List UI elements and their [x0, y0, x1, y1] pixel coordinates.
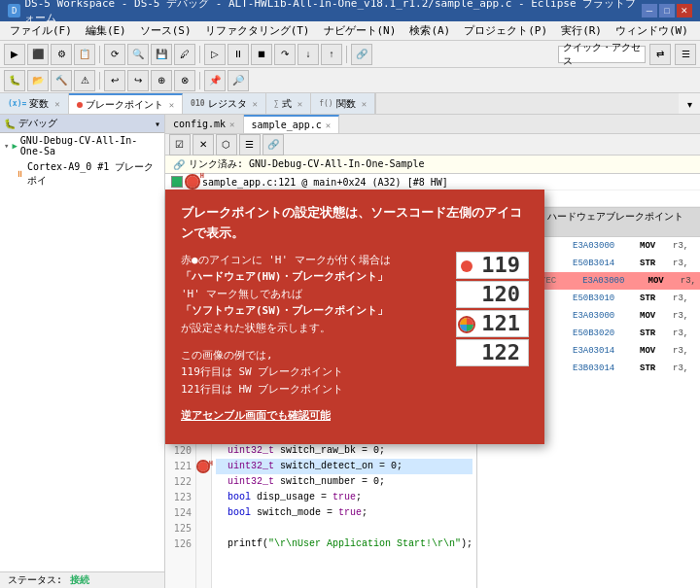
- editor-tab-config[interactable]: config.mk ✕: [165, 115, 244, 133]
- tab-registers[interactable]: 010 レジスタ ✕: [183, 93, 266, 114]
- menu-run[interactable]: 実行(R): [555, 22, 608, 39]
- tb2-btn-10[interactable]: 🔎: [228, 70, 249, 91]
- editor-tab-config-close[interactable]: ✕: [229, 120, 234, 129]
- tb-btn-3[interactable]: ⚙: [51, 44, 72, 65]
- tab-expression-close[interactable]: ✕: [298, 99, 302, 109]
- tree-arrow-gnu: ▾: [4, 141, 9, 151]
- tabs-menu-button[interactable]: ▾: [679, 93, 700, 115]
- callout-text: 赤●のアイコンに 'H' マークが付く場合は 「ハードウェア(HW)・ブレークポ…: [181, 252, 444, 431]
- quick-access-label: クイック・アクセス: [563, 41, 641, 68]
- tb2-btn-4[interactable]: ⚠: [74, 70, 95, 91]
- quick-access-field[interactable]: クイック・アクセス: [558, 46, 646, 63]
- menu-window[interactable]: ウィンドウ(W): [610, 22, 694, 39]
- tb2-btn-5[interactable]: ↩: [104, 70, 125, 91]
- tb-btn-4[interactable]: 📋: [74, 44, 95, 65]
- menu-search[interactable]: 検索(A): [403, 22, 456, 39]
- tab-breakpoints-close[interactable]: ✕: [169, 100, 174, 110]
- code-line-122: uint32_t switch_number = 0;: [216, 474, 472, 490]
- callout-overlay: ブレークポイントの設定状態は、ソースコード左側のアイコンで表示。 赤●のアイコン…: [165, 190, 544, 444]
- menu-refactor[interactable]: リファクタリング(T): [199, 22, 316, 39]
- tab-functions[interactable]: f() 関数 ✕: [311, 93, 375, 114]
- app-icon: D: [8, 4, 20, 17]
- tab-variables[interactable]: (x)= 変数 ✕: [0, 93, 69, 114]
- tb-btn-13[interactable]: ↓: [298, 44, 319, 65]
- link-icon: 🔗: [173, 159, 185, 170]
- minimize-button[interactable]: ─: [642, 4, 657, 17]
- tab-functions-label: 関数: [336, 97, 356, 111]
- callout-para1: 赤●のアイコンに 'H' マークが付く場合は 「ハードウェア(HW)・ブレークポ…: [181, 252, 444, 337]
- tb-btn-12[interactable]: ↷: [274, 44, 296, 65]
- bp-item-hw-text: sample_app.c:121 @ main+0x24 (A32) [#8 H…: [202, 177, 448, 188]
- menu-project[interactable]: プロジェクト(P): [458, 22, 553, 39]
- menu-help[interactable]: ヘルプ(H): [696, 22, 700, 39]
- top-tabs: (x)= 変数 ✕ ブレークポイント ✕ 010 レジスタ ✕ ∑ 式 ✕ f(…: [0, 93, 700, 115]
- status-value: 接続: [70, 573, 89, 587]
- tb-extra-1[interactable]: ⇄: [649, 44, 671, 65]
- bp-checkbox-hw[interactable]: [171, 176, 183, 188]
- tb-btn-8[interactable]: 🖊: [174, 44, 195, 65]
- tb-extra-2[interactable]: ☰: [675, 44, 696, 65]
- tree-item-gnu[interactable]: ▾ ▶ GNU-Debug-CV-All-In-One-Sa: [0, 133, 164, 158]
- debug-header-icon: 🐛: [4, 119, 16, 129]
- tab-variables-close[interactable]: ✕: [54, 99, 59, 109]
- link-bar: 🔗 リンク済み: GNU-Debug-CV-All-In-One-Sample: [165, 156, 700, 174]
- tree-label-gnu: GNU-Debug-CV-All-In-One-Sa: [20, 135, 160, 156]
- code-line-123: bool disp_usage = true;: [216, 490, 472, 505]
- tb2-btn-6[interactable]: ↪: [127, 70, 149, 91]
- tb-btn-1[interactable]: ▶: [4, 44, 25, 65]
- tb-btn-9[interactable]: ▷: [204, 44, 226, 65]
- bp-btn-5[interactable]: 🔗: [262, 134, 284, 156]
- tab-breakpoints[interactable]: ブレークポイント ✕: [69, 93, 183, 114]
- tb-btn-15[interactable]: 🔗: [351, 44, 372, 65]
- tb2-btn-2[interactable]: 📂: [27, 70, 49, 91]
- mini-bp-hw-icon: [460, 318, 473, 331]
- tb-btn-11[interactable]: ⏹: [251, 44, 272, 65]
- title-bar: D DS-5 Workspace - DS-5 デバッグ - ALT-HWLib…: [0, 0, 700, 21]
- tb2-btn-7[interactable]: ⊕: [151, 70, 172, 91]
- bp-btn-4[interactable]: ☰: [239, 134, 261, 156]
- tb-btn-14[interactable]: ↑: [321, 44, 342, 65]
- bp-marker-hw: H: [198, 462, 208, 471]
- status-bar: ステータス: 接続: [0, 571, 164, 588]
- debug-header-label: デバッグ: [18, 117, 57, 130]
- editor-tab-sample[interactable]: sample_app.c ✕: [244, 115, 340, 133]
- tb2-btn-9[interactable]: 📌: [204, 70, 226, 91]
- tb-btn-2[interactable]: ⬛: [27, 44, 49, 65]
- bp-toolbar: ☑ ✕ ⬡ ☰ 🔗: [165, 134, 700, 156]
- bp-btn-3[interactable]: ⬡: [216, 134, 237, 156]
- maximize-button[interactable]: □: [659, 4, 675, 17]
- tab-registers-close[interactable]: ✕: [253, 99, 258, 109]
- debug-header-menu[interactable]: ▾: [155, 119, 160, 129]
- menu-navigate[interactable]: ナビゲート(N): [318, 22, 402, 39]
- tb2-btn-1[interactable]: 🐛: [4, 70, 25, 91]
- tab-functions-close[interactable]: ✕: [362, 99, 367, 109]
- close-button[interactable]: ✕: [677, 4, 692, 17]
- menu-source[interactable]: ソース(S): [134, 22, 197, 39]
- tb-btn-5[interactable]: ⟳: [104, 44, 125, 65]
- tb2-btn-3[interactable]: 🔨: [51, 70, 72, 91]
- bp-btn-1[interactable]: ☑: [169, 134, 191, 156]
- tree-item-cortex[interactable]: ⏸ Cortex-A9_0 #1 ブレークポイ: [0, 158, 164, 190]
- bp-icon-hw: H: [187, 176, 198, 188]
- menu-file[interactable]: ファイル(F): [4, 22, 78, 39]
- code-line-126: printf("\r\nUser Application Start!\r\n"…: [216, 536, 472, 552]
- menu-edit[interactable]: 編集(E): [80, 22, 132, 39]
- tb-btn-7[interactable]: 💾: [151, 44, 172, 65]
- toolbar-2: 🐛 📂 🔨 ⚠ ↩ ↪ ⊕ ⊗ 📌 🔎: [0, 68, 700, 93]
- link-text: リンク済み: GNU-Debug-CV-All-In-One-Sample: [189, 157, 425, 171]
- mini-bp-sw-icon: [461, 260, 472, 272]
- tb-btn-10[interactable]: ⏸: [228, 44, 249, 65]
- callout-line-122: 122: [456, 339, 529, 366]
- tab-breakpoints-icon: [77, 102, 83, 108]
- tb-btn-6[interactable]: 🔍: [127, 44, 149, 65]
- tree-icon-gnu: ▶: [12, 141, 17, 151]
- tab-variables-label: 変数: [29, 97, 49, 111]
- debug-panel: 🐛 デバッグ ▾ ▾ ▶ GNU-Debug-CV-All-In-One-Sa …: [0, 115, 165, 588]
- status-label: ステータス:: [8, 573, 62, 587]
- bp-item-hw[interactable]: H sample_app.c:121 @ main+0x24 (A32) [#8…: [165, 174, 700, 190]
- bp-btn-2[interactable]: ✕: [192, 134, 214, 156]
- editor-tab-sample-close[interactable]: ✕: [326, 121, 331, 130]
- tab-breakpoints-label: ブレークポイント: [86, 98, 163, 112]
- tb2-btn-8[interactable]: ⊗: [174, 70, 195, 91]
- tab-expression[interactable]: ∑ 式 ✕: [266, 93, 311, 114]
